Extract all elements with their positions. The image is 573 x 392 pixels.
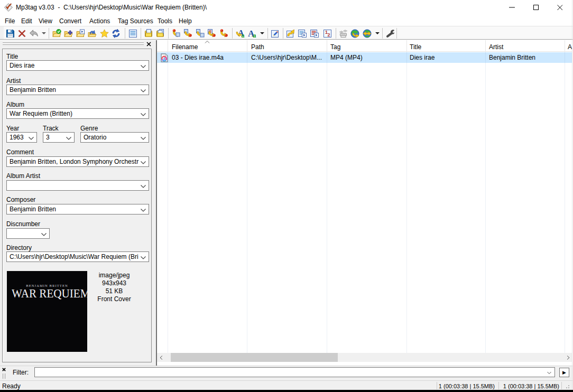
svg-text:2: 2 <box>328 32 330 38</box>
svg-text:a: a <box>253 31 256 39</box>
